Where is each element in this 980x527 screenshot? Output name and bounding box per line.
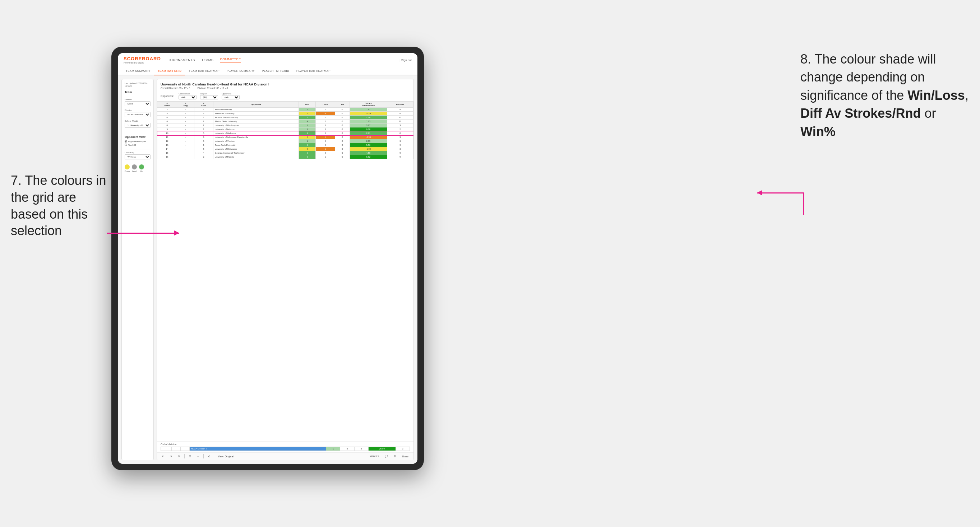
filter-region-select[interactable]: (All) (200, 95, 218, 100)
annotation-right: 8. The colour shade will change dependin… (800, 50, 973, 141)
toolbar-grid-btn[interactable]: ⊞ (392, 454, 397, 459)
sub-nav-player-h2h-grid[interactable]: PLAYER H2H GRID (258, 67, 293, 75)
out-division-win: 1 (326, 447, 340, 451)
grid-records: Overall Record: 89 - 17 - 0 Division Rec… (161, 87, 410, 89)
filter-opponent: Opponent (All) (222, 93, 240, 100)
filter-region: Region (All) (200, 93, 218, 100)
col-tie: Tie (335, 102, 350, 108)
col-opponent: Opponent (213, 102, 299, 108)
toolbar-history[interactable]: ⊙ (177, 454, 181, 459)
overall-record: Overall Record: 89 - 17 - 0 (161, 87, 190, 89)
toolbar: ↩ ↪ ⊙ ⊡ ··· ⏱ View: Original Watch ▾ 💬 ⊞… (157, 452, 414, 460)
sidebar-colour-by-label: Colour by (125, 151, 151, 154)
filter-conference-select[interactable]: (All) (178, 95, 197, 100)
out-division-name: NCAA Division II (190, 447, 326, 451)
table-row: 15 - 4 Georgia Institute of Technology 5… (158, 151, 414, 155)
sidebar-colour-by-select[interactable]: Win/loss (125, 154, 151, 159)
sidebar-division-select[interactable]: NCAA Division I (125, 112, 151, 117)
h2h-table: #Rank #Reg #Conf Opponent Win Loss Tie D… (157, 101, 414, 159)
col-rank: #Rank (158, 102, 177, 108)
tablet-frame: SCOREBOARD Powered by clippd TOURNAMENTS… (111, 47, 424, 470)
division-record: Division Record: 88 - 17 - 0 (197, 87, 228, 89)
out-of-division-row: NCAA Division II 1 0 0 26.00 3 (161, 447, 410, 451)
table-row: 10 - 5 University of Alabama 3 0 0 2.61 … (158, 132, 414, 135)
sub-nav-team-h2h-grid[interactable]: TEAM H2H GRID (154, 67, 185, 75)
table-header-row: #Rank #Reg #Conf Opponent Win Loss Tie D… (158, 102, 414, 108)
main-content: Last Updated: 27/03/202416:55:38 Team Ge… (118, 75, 417, 464)
annotation-left: 7. The colours in the grid are based on … (11, 172, 111, 240)
toolbar-clock[interactable]: ⏱ (207, 454, 212, 459)
table-row: 14 - 5 University of Oklahoma 0 1 0 -1.0… (158, 147, 414, 151)
annotation-arrow-left (107, 233, 179, 234)
data-table: #Rank #Reg #Conf Opponent Win Loss Tie D… (157, 101, 414, 441)
out-of-division-title: Out of division (161, 443, 410, 446)
toolbar-comment[interactable]: 💬 (383, 454, 390, 459)
sidebar-school-label: School (Rank) (125, 120, 151, 122)
radio-dot-opponents (125, 140, 127, 143)
annotation-arrow-right-vertical (803, 192, 804, 214)
sub-nav-player-summary[interactable]: PLAYER SUMMARY (223, 67, 258, 75)
table-row: 6 - 2 Florida State University 4 2 0 1.8… (158, 119, 414, 124)
toolbar-divider-1 (184, 454, 185, 459)
toolbar-share[interactable]: Share (400, 454, 410, 459)
nav-teams[interactable]: TEAMS (202, 58, 214, 62)
table-row: 2 - 1 Auburn University 2 1 0 1.67 9 (158, 108, 414, 112)
sidebar-timestamp: Last Updated: 27/03/202416:55:38 (125, 82, 151, 87)
sign-out[interactable]: | Sign out (399, 59, 412, 62)
toolbar-more[interactable]: ··· (196, 454, 200, 459)
col-diff: Diff AvStrokes/Rnd (350, 102, 387, 108)
table-row: 8 - 2 University of Washington 1 0 0 3.6… (158, 124, 414, 127)
table-row: 11 - 6 University of Arkansas, Fayettevi… (158, 135, 414, 139)
toolbar-divider-2 (203, 454, 204, 459)
out-division-diff: 26.00 (368, 447, 396, 451)
out-of-division: Out of division NCAA Division II 1 0 0 (157, 441, 414, 452)
out-division-tie: 0 (354, 447, 368, 451)
sidebar-opponent-view-label: Opponent View (125, 135, 151, 138)
sidebar-school-select[interactable]: 1. University of Nort... (125, 123, 151, 128)
col-reg: #Reg (177, 102, 194, 108)
filters-row: Opponents: Conference (All) Region (All) (157, 91, 414, 101)
table-row: 4 - 1 Arizona State University 5 1 0 2.2… (158, 116, 414, 119)
sidebar-gender-select[interactable]: Men's (125, 101, 151, 106)
color-level (132, 164, 137, 170)
out-division-loss: 0 (340, 447, 354, 451)
table-row: 12 - 3 University of Virginia 1 0 0 2.33… (158, 139, 414, 143)
radio-opponents-played[interactable]: Opponents Played (125, 140, 151, 143)
filter-conference: Conference (All) (178, 93, 197, 100)
toolbar-undo[interactable]: ↩ (161, 454, 165, 459)
app-header: SCOREBOARD Powered by clippd TOURNAMENTS… (118, 53, 417, 67)
annotation-arrow-right (757, 192, 804, 194)
col-loss: Loss (316, 102, 335, 108)
color-down (125, 164, 130, 170)
color-legend: Down Level Up (125, 164, 151, 172)
filter-opponent-select[interactable]: (All) (222, 95, 240, 100)
table-row: 13 - 1 Texas Tech University 3 0 0 5.56 … (158, 143, 414, 147)
out-division-rounds: 3 (396, 447, 409, 451)
sidebar-team-label: Team (125, 90, 151, 94)
sub-nav-team-h2h-heatmap[interactable]: TEAM H2H HEATMAP (185, 67, 223, 75)
table-row: 3 - 2 Vanderbilt University 0 4 0 -2.29 … (158, 112, 414, 116)
opponents-label: Opponents: (161, 95, 173, 97)
logo-title: SCOREBOARD (124, 56, 161, 61)
toolbar-camera[interactable]: ⊡ (188, 454, 192, 459)
radio-dot-top100 (125, 144, 127, 146)
toolbar-watch[interactable]: Watch ▾ (369, 454, 381, 459)
sub-nav: TEAM SUMMARY TEAM H2H GRID TEAM H2H HEAT… (118, 67, 417, 75)
toolbar-redo[interactable]: ↪ (169, 454, 173, 459)
tablet-screen: SCOREBOARD Powered by clippd TOURNAMENTS… (118, 53, 417, 464)
logo-sub: Powered by clippd (124, 61, 161, 64)
grid-content: University of North Carolina Head-to-Hea… (157, 79, 414, 460)
radio-group: Opponents Played Top 100 (125, 140, 151, 146)
sidebar-gender-label: Gender (125, 98, 151, 100)
nav-items: TOURNAMENTS TEAMS COMMITTEE (168, 57, 392, 62)
sub-nav-team-summary[interactable]: TEAM SUMMARY (122, 67, 154, 75)
grid-header: University of North Carolina Head-to-Hea… (157, 79, 414, 91)
toolbar-divider-3 (215, 454, 215, 459)
col-conf: #Conf (194, 102, 213, 108)
nav-committee[interactable]: COMMITTEE (220, 57, 241, 62)
nav-tournaments[interactable]: TOURNAMENTS (168, 58, 195, 62)
toolbar-right: Watch ▾ 💬 ⊞ Share (369, 454, 410, 459)
radio-top100[interactable]: Top 100 (125, 144, 151, 146)
color-up (139, 164, 144, 170)
sub-nav-player-h2h-heatmap[interactable]: PLAYER H2H HEATMAP (293, 67, 334, 75)
